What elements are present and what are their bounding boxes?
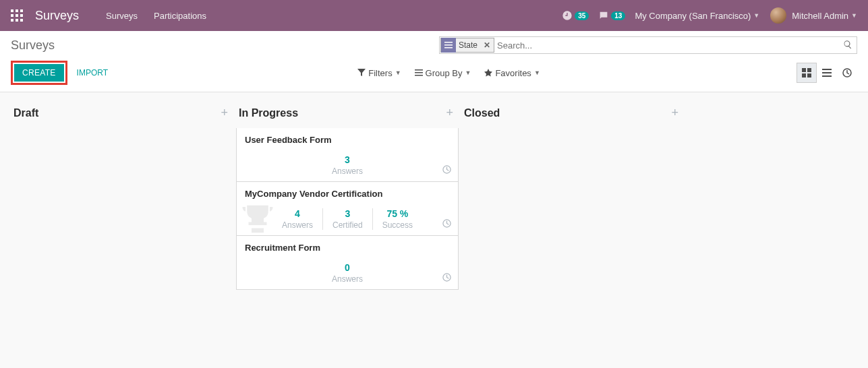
- card-title: MyCompany Vendor Certification: [245, 189, 450, 199]
- add-card-button[interactable]: +: [221, 106, 228, 120]
- activity-icon[interactable]: [442, 165, 451, 176]
- activity-indicator[interactable]: 35: [562, 10, 589, 21]
- messages-indicator[interactable]: 13: [598, 10, 625, 21]
- svg-rect-1: [16, 9, 18, 12]
- stat-label: Answers: [332, 166, 363, 176]
- chevron-down-icon: ▼: [851, 12, 857, 19]
- stat-value: 4: [282, 208, 313, 219]
- svg-rect-9: [444, 42, 453, 43]
- chevron-down-icon: ▼: [465, 69, 471, 76]
- column-closed: Closed +: [461, 103, 684, 128]
- nav-surveys[interactable]: Surveys: [106, 11, 138, 21]
- svg-rect-6: [11, 19, 13, 22]
- stat-label: Success: [382, 220, 413, 230]
- groupby-button[interactable]: Group By ▼: [415, 68, 471, 78]
- favorites-label: Favorites: [495, 68, 531, 78]
- trophy-icon: [239, 201, 276, 239]
- svg-rect-17: [802, 73, 806, 78]
- svg-rect-10: [444, 44, 453, 46]
- create-highlight: CREATE: [11, 61, 67, 85]
- avatar[interactable]: [770, 7, 786, 24]
- survey-card[interactable]: Recruitment Form 0 Answers: [236, 236, 459, 290]
- column-draft: Draft +: [11, 103, 233, 128]
- card-title: User Feedback Form: [245, 135, 450, 145]
- breadcrumb: Surveys: [11, 38, 55, 53]
- svg-rect-13: [415, 72, 423, 73]
- add-card-button[interactable]: +: [446, 106, 453, 120]
- messages-badge: 13: [611, 11, 625, 20]
- stat-label: Answers: [282, 220, 313, 230]
- activity-badge: 35: [575, 11, 589, 20]
- filters-label: Filters: [368, 68, 392, 78]
- stat-value: 3: [332, 154, 363, 165]
- kanban-icon: [802, 68, 811, 78]
- column-title: Draft: [13, 107, 38, 119]
- company-switcher[interactable]: My Company (San Francisco) ▼: [635, 11, 759, 21]
- svg-rect-16: [807, 68, 811, 72]
- svg-rect-4: [16, 14, 18, 17]
- funnel-icon: [357, 69, 366, 77]
- svg-rect-12: [415, 69, 423, 71]
- activity-icon[interactable]: [442, 273, 451, 284]
- groupby-label: Group By: [426, 68, 463, 78]
- view-activity-button[interactable]: [837, 63, 857, 83]
- svg-rect-15: [802, 68, 806, 72]
- create-button[interactable]: CREATE: [14, 64, 64, 82]
- survey-card[interactable]: MyCompany Vendor Certification 4 Answers…: [236, 182, 459, 236]
- tag-close-icon[interactable]: ✕: [480, 40, 494, 50]
- apps-icon[interactable]: [11, 9, 23, 22]
- view-list-button[interactable]: [817, 63, 837, 83]
- chevron-down-icon: ▼: [395, 69, 401, 76]
- kanban-board: Draft + In Progress + User Feedback Form…: [0, 92, 868, 301]
- column-inprogress: In Progress + User Feedback Form 3 Answe…: [236, 103, 459, 290]
- survey-card[interactable]: User Feedback Form 3 Answers: [236, 128, 459, 182]
- activity-icon[interactable]: [442, 219, 451, 230]
- top-navbar: Surveys Surveys Participations 35 13 My …: [0, 0, 868, 31]
- svg-rect-7: [16, 19, 18, 22]
- view-kanban-button[interactable]: [797, 63, 817, 83]
- search-box[interactable]: State ✕: [439, 36, 857, 54]
- chevron-down-icon: ▼: [534, 69, 540, 76]
- column-title: Closed: [464, 107, 500, 119]
- svg-rect-20: [822, 72, 832, 73]
- user-menu[interactable]: Mitchell Admin ▼: [792, 11, 857, 21]
- svg-rect-3: [11, 14, 13, 17]
- app-name[interactable]: Surveys: [35, 9, 79, 23]
- card-title: Recruitment Form: [245, 243, 450, 253]
- search-icon[interactable]: [843, 40, 852, 51]
- svg-rect-21: [822, 75, 832, 77]
- groupby-icon: [441, 38, 456, 53]
- search-tag-label: State: [456, 40, 480, 50]
- clock-icon: [842, 68, 852, 78]
- import-button[interactable]: IMPORT: [77, 68, 108, 78]
- chat-icon: [598, 10, 609, 21]
- search-input[interactable]: [497, 38, 857, 53]
- star-icon: [484, 69, 492, 77]
- svg-rect-2: [20, 9, 23, 12]
- stat-value: 3: [332, 208, 363, 219]
- svg-rect-8: [20, 19, 23, 22]
- control-panel: Surveys State ✕ CREATE IMPORT Filters ▼: [0, 31, 868, 92]
- svg-rect-5: [20, 14, 23, 17]
- favorites-button[interactable]: Favorites ▼: [484, 68, 540, 78]
- stat-label: Answers: [332, 274, 363, 284]
- stat-value: 75 %: [382, 208, 413, 219]
- stat-label: Certified: [332, 220, 363, 230]
- clock-icon: [562, 10, 573, 21]
- company-label: My Company (San Francisco): [635, 11, 751, 21]
- svg-rect-0: [11, 9, 13, 12]
- search-tag: State ✕: [440, 38, 494, 53]
- column-title: In Progress: [239, 107, 298, 119]
- svg-rect-19: [822, 69, 832, 70]
- list-icon: [415, 69, 423, 77]
- chevron-down-icon: ▼: [753, 12, 759, 19]
- filters-button[interactable]: Filters ▼: [357, 68, 401, 78]
- svg-rect-18: [807, 73, 811, 78]
- svg-rect-14: [415, 75, 423, 76]
- svg-rect-11: [444, 47, 453, 49]
- stat-value: 0: [332, 262, 363, 273]
- list-icon: [822, 68, 832, 78]
- user-label: Mitchell Admin: [792, 11, 848, 21]
- nav-participations[interactable]: Participations: [154, 11, 206, 21]
- add-card-button[interactable]: +: [671, 106, 678, 120]
